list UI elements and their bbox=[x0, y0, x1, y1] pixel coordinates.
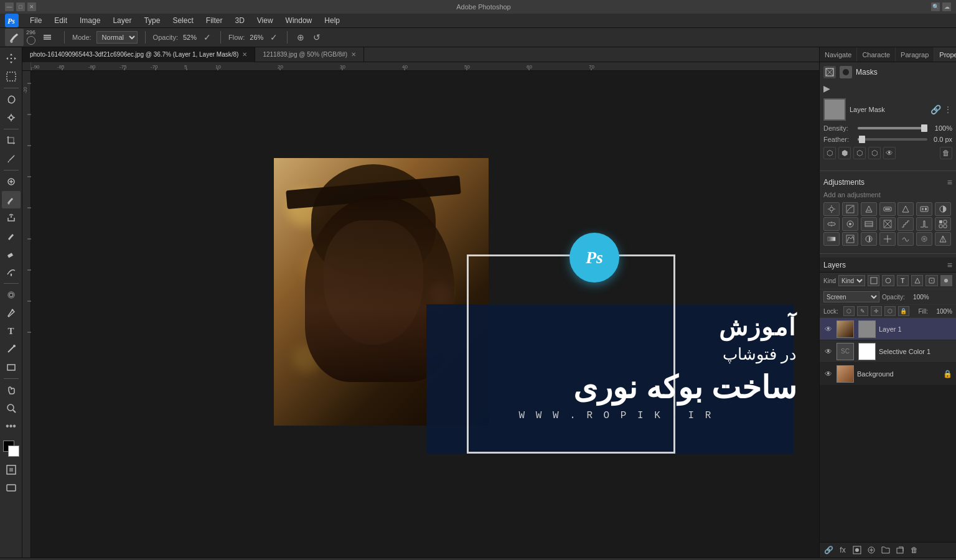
color-lookup-adj[interactable] bbox=[861, 217, 877, 231]
refine-edge-button[interactable]: ⬡ bbox=[823, 147, 836, 159]
airbrush-toggle[interactable]: ⊕ bbox=[295, 32, 306, 43]
lasso-tool[interactable] bbox=[2, 91, 21, 108]
tab-1-close[interactable]: ✕ bbox=[242, 51, 247, 58]
gradient-map-adj[interactable] bbox=[823, 232, 840, 246]
background-color[interactable] bbox=[8, 446, 19, 457]
healing-tool[interactable] bbox=[2, 173, 21, 190]
pixel-mask-icon[interactable] bbox=[823, 66, 836, 78]
layer-item-1[interactable]: 👁 Layer 1 bbox=[820, 318, 956, 340]
menu-image[interactable]: Image bbox=[75, 15, 105, 26]
filter-shape-button[interactable] bbox=[911, 275, 923, 286]
tab-character[interactable]: Characte bbox=[857, 47, 896, 62]
search-button[interactable]: 🔍 bbox=[931, 2, 940, 11]
lock-image-button[interactable]: ✎ bbox=[857, 306, 868, 316]
tab-2-close[interactable]: ✕ bbox=[351, 51, 356, 58]
posterize-adj[interactable] bbox=[897, 217, 914, 231]
hand-tool[interactable] bbox=[2, 381, 21, 399]
menu-filter[interactable]: Filter bbox=[201, 15, 228, 26]
mask-edge-button[interactable]: ⬢ bbox=[838, 147, 851, 159]
adjustments-menu[interactable]: ≡ bbox=[947, 177, 952, 187]
menu-edit[interactable]: Edit bbox=[49, 15, 72, 26]
curves-adj[interactable] bbox=[842, 202, 858, 216]
channel-mix-adj[interactable] bbox=[842, 217, 858, 231]
sharpen-adj[interactable] bbox=[935, 232, 951, 246]
blur-tool[interactable] bbox=[2, 286, 21, 304]
selective-color-adj[interactable] bbox=[935, 217, 951, 231]
path-selection-tool[interactable] bbox=[2, 340, 21, 358]
layers-kind-select[interactable]: Kind bbox=[838, 275, 865, 286]
menu-type[interactable]: Type bbox=[139, 15, 165, 26]
feather-thumb[interactable] bbox=[859, 136, 865, 143]
marquee-tool[interactable] bbox=[2, 68, 21, 85]
vibrance-adj[interactable] bbox=[879, 202, 896, 216]
density-thumb[interactable] bbox=[921, 124, 927, 132]
type-tool[interactable]: T bbox=[2, 322, 21, 340]
photo-filter-adj[interactable] bbox=[823, 217, 840, 231]
hdr-adj[interactable] bbox=[897, 232, 914, 246]
mask-options-button[interactable]: ⋮ bbox=[944, 105, 952, 114]
flow-toggle[interactable]: ✓ bbox=[268, 32, 279, 43]
new-group-button[interactable] bbox=[879, 544, 892, 556]
add-mask-button[interactable] bbox=[851, 544, 863, 556]
history-brush-tool[interactable] bbox=[2, 227, 21, 245]
brightness-adj[interactable] bbox=[823, 202, 840, 216]
mode-select[interactable]: Normal bbox=[96, 31, 138, 44]
tab-paragraph[interactable]: Paragrap bbox=[896, 47, 934, 62]
rectangle-tool[interactable] bbox=[2, 358, 21, 376]
new-layer-button[interactable] bbox=[894, 544, 906, 556]
feather-slider[interactable] bbox=[858, 138, 927, 141]
selective-visibility[interactable]: 👁 bbox=[823, 347, 833, 357]
delete-layer-button[interactable]: 🗑 bbox=[908, 544, 921, 556]
brush-tool[interactable] bbox=[2, 191, 21, 208]
cloud-button[interactable]: ☁ bbox=[942, 2, 951, 11]
menu-help[interactable]: Help bbox=[319, 15, 345, 26]
canvas-viewport[interactable]: Ps آموزش در فتوشاپ ساخت بوکه نوری W W W … bbox=[31, 71, 819, 558]
tab-2[interactable]: 1211839.jpg @ 50% (RGB/8#) ✕ bbox=[255, 47, 364, 62]
eraser-tool[interactable] bbox=[2, 245, 21, 263]
threshold-adj[interactable] bbox=[916, 217, 932, 231]
symmetry-toggle[interactable]: ↺ bbox=[311, 32, 322, 43]
layer-item-selective[interactable]: 👁 SC Selective Color 1 bbox=[820, 340, 956, 363]
color-balance-adj[interactable] bbox=[916, 202, 932, 216]
link-layers-button[interactable]: 🔗 bbox=[822, 544, 835, 556]
more-tools-button[interactable]: ••• bbox=[2, 418, 21, 435]
layer-1-visibility[interactable]: 👁 bbox=[823, 324, 833, 334]
magic-wand-tool[interactable] bbox=[2, 109, 21, 126]
pattern-adj[interactable] bbox=[879, 232, 896, 246]
lock-position-button[interactable]: ✛ bbox=[871, 306, 882, 316]
layer-effects-button[interactable]: fx bbox=[836, 544, 849, 556]
shadows-adj[interactable] bbox=[861, 232, 877, 246]
visibility-button[interactable]: 👁 bbox=[883, 147, 896, 159]
filter-type-button[interactable]: T bbox=[897, 275, 909, 286]
move-tool[interactable] bbox=[2, 50, 21, 67]
quick-mask-button[interactable] bbox=[2, 461, 21, 478]
pen-tool[interactable] bbox=[2, 304, 21, 322]
lock-transparent-button[interactable]: ⬡ bbox=[843, 306, 855, 316]
menu-view[interactable]: View bbox=[252, 15, 278, 26]
bw-adj[interactable] bbox=[935, 202, 951, 216]
layer-item-bg[interactable]: 👁 Background 🔒 bbox=[820, 363, 956, 385]
paint-bucket-tool[interactable] bbox=[2, 263, 21, 281]
eyedropper-tool[interactable] bbox=[2, 150, 21, 167]
minimize-button[interactable]: — bbox=[5, 2, 14, 11]
menu-window[interactable]: Window bbox=[281, 15, 317, 26]
tab-properties[interactable]: Properties bbox=[934, 47, 956, 62]
invert-mask-button[interactable]: ⬡ bbox=[868, 147, 881, 159]
menu-file[interactable]: File bbox=[25, 15, 47, 26]
color-range-button[interactable]: ⬡ bbox=[853, 147, 866, 159]
opacity-toggle[interactable]: ✓ bbox=[202, 32, 213, 43]
lock-artboards-button[interactable]: ⬡ bbox=[884, 306, 896, 316]
crop-tool[interactable] bbox=[2, 132, 21, 149]
menu-3d[interactable]: 3D bbox=[230, 15, 249, 26]
mask-link-button[interactable]: 🔗 bbox=[930, 105, 941, 114]
levels-adj[interactable] bbox=[842, 232, 858, 246]
brush-options-button[interactable] bbox=[38, 29, 57, 46]
new-adj-layer-button[interactable] bbox=[865, 544, 878, 556]
filter-smart-button[interactable] bbox=[926, 275, 937, 286]
clone-stamp-tool[interactable] bbox=[2, 209, 21, 226]
screen-mode-button[interactable] bbox=[2, 479, 21, 497]
mask-play-button[interactable]: ▶ bbox=[823, 83, 830, 93]
bg-visibility[interactable]: 👁 bbox=[823, 369, 833, 379]
blend-mode-select[interactable]: Screen Normal Multiply Overlay bbox=[823, 291, 879, 302]
invert-adj[interactable] bbox=[879, 217, 896, 231]
